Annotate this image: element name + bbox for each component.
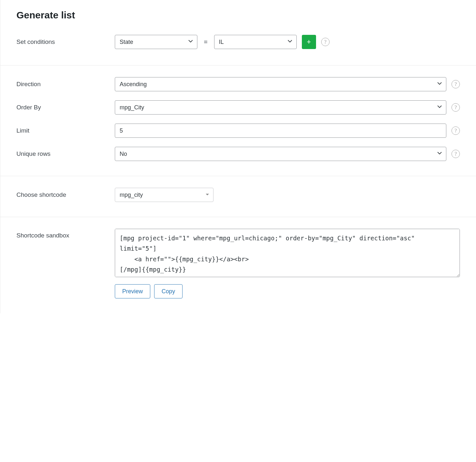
unique-rows-value: No bbox=[120, 151, 127, 157]
label-direction: Direction bbox=[16, 81, 115, 88]
add-condition-button[interactable]: + bbox=[302, 35, 316, 49]
help-icon[interactable]: ? bbox=[321, 38, 330, 46]
order-by-select[interactable]: mpg_City bbox=[115, 100, 446, 115]
sandbox-actions: Preview Copy bbox=[115, 284, 460, 298]
chevron-down-icon bbox=[287, 39, 293, 45]
chevron-down-icon bbox=[437, 151, 442, 157]
condition-value-select[interactable]: IL bbox=[214, 35, 297, 49]
shortcode-select[interactable]: mpg_city bbox=[115, 188, 213, 202]
direction-value: Ascending bbox=[120, 81, 147, 88]
condition-value: IL bbox=[219, 39, 224, 45]
condition-field-select[interactable]: State bbox=[115, 35, 197, 49]
copy-button[interactable]: Copy bbox=[154, 284, 183, 298]
label-sandbox: Shortcode sandbox bbox=[16, 229, 115, 239]
section-sort-options: Direction Ascending ? Order By mpg_City bbox=[0, 65, 476, 176]
condition-operator: = bbox=[203, 38, 209, 46]
unique-rows-select[interactable]: No bbox=[115, 147, 446, 161]
row-order-by: Order By mpg_City ? bbox=[16, 100, 460, 115]
generate-list-panel: Generate list Set conditions State = IL bbox=[0, 0, 476, 313]
order-by-value: mpg_City bbox=[120, 104, 144, 111]
help-icon[interactable]: ? bbox=[451, 80, 460, 88]
help-icon[interactable]: ? bbox=[451, 103, 460, 112]
help-icon[interactable]: ? bbox=[451, 126, 460, 135]
direction-select[interactable]: Ascending bbox=[115, 77, 446, 91]
section-choose-shortcode: Choose shortcode mpg_city bbox=[0, 176, 476, 217]
limit-input[interactable] bbox=[115, 124, 446, 138]
plus-icon: + bbox=[307, 38, 311, 46]
row-sandbox: Shortcode sandbox Preview Copy bbox=[16, 229, 460, 298]
row-direction: Direction Ascending ? bbox=[16, 77, 460, 91]
condition-field-value: State bbox=[120, 39, 133, 45]
label-order-by: Order By bbox=[16, 104, 115, 111]
row-unique-rows: Unique rows No ? bbox=[16, 147, 460, 161]
label-choose-shortcode: Choose shortcode bbox=[16, 191, 115, 198]
section-sandbox: Shortcode sandbox Preview Copy bbox=[0, 217, 476, 313]
help-icon[interactable]: ? bbox=[451, 150, 460, 158]
preview-button[interactable]: Preview bbox=[115, 284, 150, 298]
section-conditions: Generate list Set conditions State = IL bbox=[0, 0, 476, 65]
label-limit: Limit bbox=[16, 127, 115, 134]
row-set-conditions: Set conditions State = IL + bbox=[16, 35, 460, 49]
label-unique-rows: Unique rows bbox=[16, 150, 115, 157]
chevron-down-icon bbox=[437, 104, 442, 111]
shortcode-sandbox-textarea[interactable] bbox=[115, 229, 460, 277]
page-title: Generate list bbox=[16, 10, 460, 21]
label-set-conditions: Set conditions bbox=[16, 38, 115, 45]
chevron-down-icon bbox=[437, 81, 442, 88]
row-choose-shortcode: Choose shortcode mpg_city bbox=[16, 188, 460, 202]
caret-down-icon bbox=[205, 192, 209, 198]
row-limit: Limit ? bbox=[16, 124, 460, 138]
shortcode-value: mpg_city bbox=[120, 192, 143, 198]
chevron-down-icon bbox=[188, 39, 193, 45]
